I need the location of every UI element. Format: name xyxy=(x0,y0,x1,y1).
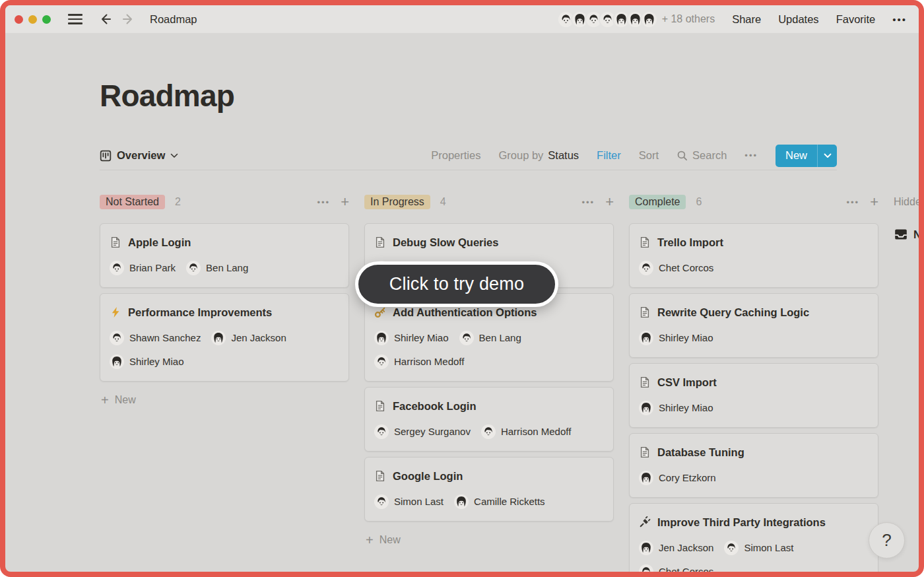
card-assignees: Sergey SurganovHarrison Medoff xyxy=(374,423,604,440)
column-header: In Progress4•••+ xyxy=(364,193,614,211)
add-card-button[interactable]: +New xyxy=(364,533,614,547)
properties-button[interactable]: Properties xyxy=(431,149,480,162)
help-button[interactable]: ? xyxy=(869,522,905,559)
assignee-name: Shirley Miao xyxy=(129,353,184,370)
board-card[interactable]: Apple LoginBrian ParkBen Lang xyxy=(100,223,349,288)
card-title: Apple Login xyxy=(128,234,191,250)
traffic-lights xyxy=(15,15,51,24)
person-avatar xyxy=(639,471,653,485)
view-toolbar: Overview Properties Group by Status Filt… xyxy=(100,144,837,170)
column-add-icon[interactable]: + xyxy=(341,195,349,209)
assignee-name: Harrison Medoff xyxy=(394,353,464,370)
column-more-icon[interactable]: ••• xyxy=(581,197,595,207)
column-add-icon[interactable]: + xyxy=(870,195,878,209)
board-card[interactable]: CSV ImportShirley Miao xyxy=(629,363,878,428)
card-assignees: Shirley Miao xyxy=(639,329,869,347)
assignee: Simon Last xyxy=(724,539,793,557)
assignee-name: Brian Park xyxy=(129,259,176,277)
card-assignees: Cory Etzkorn xyxy=(639,469,869,487)
assignee: Shirley Miao xyxy=(110,353,184,370)
assignee-name: Shirley Miao xyxy=(659,399,713,417)
board-card[interactable]: Google LoginSimon LastCamille Ricketts xyxy=(364,457,614,522)
share-button[interactable]: Share xyxy=(732,13,761,26)
column-add-icon[interactable]: + xyxy=(605,195,614,209)
sort-button[interactable]: Sort xyxy=(639,149,659,162)
assignee: Harrison Medoff xyxy=(374,353,464,370)
board-column-not-started: Not Started2•••+Apple LoginBrian ParkBen… xyxy=(100,193,349,407)
person-avatar xyxy=(110,355,124,369)
plug-emoji-icon xyxy=(639,516,651,528)
view-tab-overview[interactable]: Overview xyxy=(100,149,178,162)
window-topbar: Roadmap + 18 others Share Updates Favori… xyxy=(5,5,919,33)
assignee-name: Shirley Miao xyxy=(659,329,713,347)
card-title-row: Google Login xyxy=(374,468,604,484)
plus-icon: + xyxy=(366,533,374,547)
more-menu-icon[interactable]: ••• xyxy=(892,14,907,25)
minimize-window-button[interactable] xyxy=(28,15,37,24)
column-status-badge: Not Started xyxy=(100,195,165,209)
back-arrow-icon[interactable] xyxy=(98,12,113,26)
person-avatar xyxy=(374,494,389,509)
hidden-columns-toggle[interactable]: Hidden columns xyxy=(894,193,924,211)
hidden-column-no-status[interactable]: No Status xyxy=(894,227,924,242)
board-card[interactable]: Trello ImportChet Corcos xyxy=(629,223,878,288)
column-status-badge: Complete xyxy=(629,195,686,209)
assignee: Shawn Sanchez xyxy=(110,329,201,347)
collaborator-avatar[interactable] xyxy=(640,11,658,28)
assignee-name: Shirley Miao xyxy=(394,329,449,347)
board-column-in-progress: In Progress4•••+Debug Slow QueriesSergey… xyxy=(364,193,614,547)
filter-button[interactable]: Filter xyxy=(597,149,621,162)
page-icon xyxy=(639,306,651,318)
board-card[interactable]: Improve Third Party IntegrationsJen Jack… xyxy=(629,503,878,577)
view-more-icon[interactable]: ••• xyxy=(744,151,758,160)
column-more-icon[interactable]: ••• xyxy=(846,197,859,207)
updates-button[interactable]: Updates xyxy=(778,13,818,26)
assignee-name: Chet Corcos xyxy=(659,259,713,277)
assignee-name: Ben Lang xyxy=(206,259,248,277)
assignee: Cory Etzkorn xyxy=(639,469,716,487)
favorite-button[interactable]: Favorite xyxy=(836,13,876,26)
page-icon xyxy=(374,470,386,482)
card-title-row: Debug Slow Queries xyxy=(374,234,604,250)
assignee-name: Simon Last xyxy=(744,539,793,557)
column-status-badge: In Progress xyxy=(364,195,430,209)
column-count: 4 xyxy=(440,196,446,208)
card-title: Database Tuning xyxy=(657,444,744,460)
assignee: Ben Lang xyxy=(186,259,248,277)
kanban-board: Not Started2•••+Apple LoginBrian ParkBen… xyxy=(100,193,919,577)
collaborator-avatars[interactable] xyxy=(557,11,658,28)
card-title: Rewrite Query Caching Logic xyxy=(657,304,809,320)
card-title: Debug Slow Queries xyxy=(393,234,498,250)
card-assignees: Chet Corcos xyxy=(639,259,869,277)
forward-arrow-icon[interactable] xyxy=(121,12,135,26)
add-card-label: New xyxy=(115,394,136,406)
person-avatar xyxy=(724,541,739,555)
add-card-button[interactable]: +New xyxy=(100,393,349,407)
board-card[interactable]: Rewrite Query Caching LogicShirley Miao xyxy=(629,293,878,358)
assignee-name: Jen Jackson xyxy=(659,539,713,557)
group-by-button[interactable]: Group by Status xyxy=(498,149,579,162)
new-button[interactable]: New xyxy=(776,145,837,167)
board-card[interactable]: Performance ImprovementsShawn SanchezJen… xyxy=(100,293,349,382)
column-more-icon[interactable]: ••• xyxy=(317,197,330,207)
board-card[interactable]: Database TuningCory Etzkorn xyxy=(629,433,878,498)
new-button-chevron-icon[interactable] xyxy=(817,145,837,167)
card-assignees: Simon LastCamille Ricketts xyxy=(374,493,604,510)
page-content: Roadmap Overview Properties Group by Sta… xyxy=(5,78,919,170)
zoom-window-button[interactable] xyxy=(42,15,51,24)
search-button[interactable]: Search xyxy=(676,149,727,162)
board-card[interactable]: Facebook LoginSergey SurganovHarrison Me… xyxy=(364,387,614,452)
person-avatar xyxy=(374,355,389,369)
close-window-button[interactable] xyxy=(15,15,23,24)
card-title-row: Trello Import xyxy=(639,234,869,250)
person-avatar xyxy=(459,331,474,345)
page-icon xyxy=(639,376,651,388)
person-avatar xyxy=(454,494,469,509)
sidebar-menu-icon[interactable] xyxy=(68,14,82,24)
try-demo-overlay-button[interactable]: Click to try demo xyxy=(355,261,558,307)
card-title: CSV Import xyxy=(657,374,717,390)
person-avatar xyxy=(374,331,389,345)
person-avatar xyxy=(110,261,124,275)
page-title: Roadmap xyxy=(100,78,919,114)
column-header: Not Started2•••+ xyxy=(100,193,349,211)
